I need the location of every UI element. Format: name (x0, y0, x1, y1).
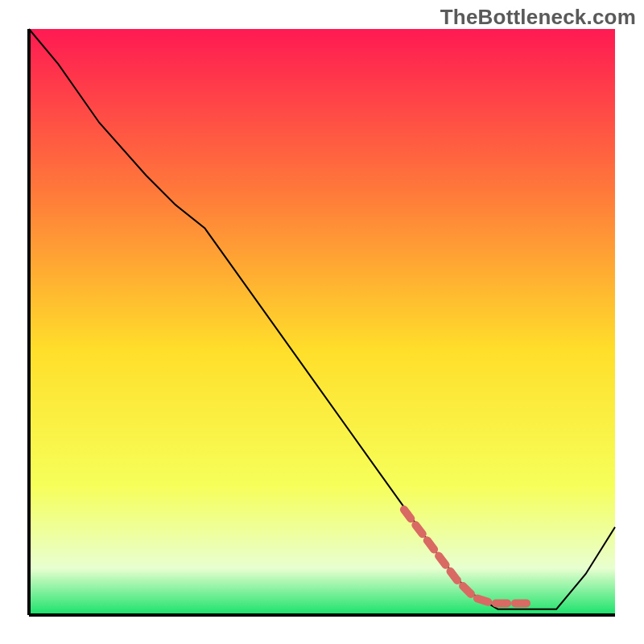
bottleneck-chart (0, 0, 644, 644)
watermark-text: TheBottleneck.com (440, 5, 636, 30)
plot-background (29, 29, 615, 615)
chart-container: TheBottleneck.com (0, 0, 644, 644)
